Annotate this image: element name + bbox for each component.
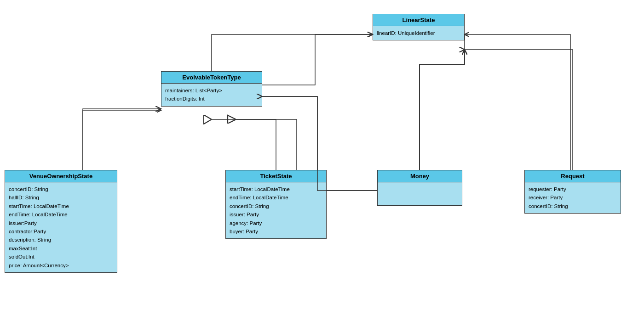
venue-ownership-state-body: concertID: String hallID: String startTi… <box>5 182 117 272</box>
request-field-2: concertID: String <box>529 202 617 210</box>
evolvable-to-linear-arrow <box>258 34 373 85</box>
request-header: Request <box>525 170 621 182</box>
request-title: Request <box>561 173 584 180</box>
ticket-to-evolvable-arrow <box>235 119 297 170</box>
evolvable-linear-line <box>212 34 373 71</box>
request-to-linear-arrow <box>465 34 570 170</box>
ticket-state-body: startTime: LocalDateTime endTime: LocalD… <box>226 182 326 238</box>
venue-ownership-state-title: VenueOwnershipState <box>29 173 92 180</box>
hidden <box>420 50 465 170</box>
venue-field-3: endTime: LocalDateTime <box>9 210 113 219</box>
ticket-field-3: issuer: Party <box>230 210 322 219</box>
venue-field-4: issuer:Party <box>9 219 113 227</box>
diagram-container: LinearState linearID: UniqueIdentifier E… <box>0 0 644 310</box>
request-body: requester: Party receiver: Party concert… <box>525 182 621 213</box>
evolvable-field-0: maintainers: List<Party> <box>165 86 258 95</box>
venue-ownership-state-box: VenueOwnershipState concertID: String ha… <box>5 170 117 273</box>
linear-state-box: LinearState linearID: UniqueIdentifier <box>373 14 465 40</box>
ticket-field-1: endTime: LocalDateTime <box>230 193 322 202</box>
ticket-field-4: agency: Party <box>230 219 322 227</box>
request-linear-line <box>465 50 573 170</box>
money-body <box>378 182 462 205</box>
request-field-0: requester: Party <box>529 185 617 193</box>
evolvable-token-type-header: EvolvableTokenType <box>161 72 262 84</box>
evolvable-token-type-body: maintainers: List<Party> fractionDigits:… <box>161 84 262 106</box>
venue-field-6: description: String <box>9 236 113 244</box>
venue-field-8: soldOut:Int <box>9 253 113 261</box>
venue-ownership-state-header: VenueOwnershipState <box>5 170 117 182</box>
linear-state-field-0: linearID: UniqueIdentifier <box>377 29 460 37</box>
venue-to-evolvable-arrow <box>83 110 161 170</box>
linear-state-body: linearID: UniqueIdentifier <box>373 26 464 40</box>
venue-field-1: hallID: String <box>9 193 113 202</box>
ticket-state-box: TicketState startTime: LocalDateTime end… <box>225 170 327 239</box>
venue-field-5: contractor:Party <box>9 227 113 236</box>
ticket-state-header: TicketState <box>226 170 326 182</box>
linear-state-title: LinearState <box>402 17 435 23</box>
ticket-field-2: concertID: String <box>230 202 322 210</box>
request-box: Request requester: Party receiver: Party… <box>524 170 621 214</box>
ticket-state-title: TicketState <box>260 173 292 180</box>
linear-state-header: LinearState <box>373 14 464 26</box>
evolvable-field-1: fractionDigits: Int <box>165 95 258 103</box>
ticket-field-5: buyer: Party <box>230 227 322 236</box>
venue-field-7: maxSeat:Int <box>9 244 113 253</box>
ticket-field-0: startTime: LocalDateTime <box>230 185 322 193</box>
request-field-1: receiver: Party <box>529 193 617 202</box>
venue-field-0: concertID: String <box>9 185 113 193</box>
money-title: Money <box>410 173 429 180</box>
ticket-evolvable-line <box>212 119 276 170</box>
money-box: Money <box>377 170 462 206</box>
venue-field-2: startTime: LocalDateTime <box>9 202 113 210</box>
evolvable-token-type-title: EvolvableTokenType <box>182 74 241 81</box>
money-header: Money <box>378 170 462 182</box>
venue-field-9: price: Amount<Currency> <box>9 261 113 270</box>
evolvable-token-type-box: EvolvableTokenType maintainers: List<Par… <box>161 71 262 107</box>
money-to-linear-path <box>420 34 465 170</box>
venue-evolvable-line <box>83 109 161 170</box>
money-linear-line <box>420 50 465 170</box>
